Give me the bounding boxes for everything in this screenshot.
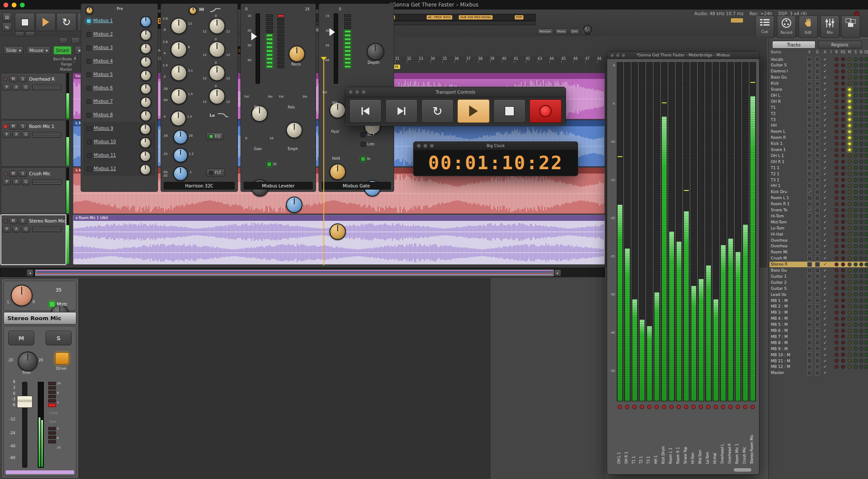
row-solo-dot[interactable] bbox=[853, 142, 858, 146]
row-mute-dot[interactable] bbox=[846, 208, 853, 212]
row-active-check[interactable]: ✓ bbox=[821, 286, 829, 291]
row-mute-dot[interactable] bbox=[846, 82, 853, 85]
track-list-row[interactable]: Guitar S✓ bbox=[769, 285, 868, 291]
row-recsafe-dot[interactable] bbox=[840, 317, 846, 321]
row-group-checkbox[interactable] bbox=[813, 81, 821, 86]
track-list-row[interactable]: Guitar S✓ bbox=[769, 62, 868, 68]
page-button-record[interactable]: Record bbox=[777, 16, 796, 38]
meter-channel-label[interactable]: Overhead L bbox=[720, 407, 727, 464]
session-summary-bar[interactable]: ◂ ▸ bbox=[0, 268, 605, 278]
row-mute-dot[interactable] bbox=[846, 130, 853, 134]
row-soloiso-dot[interactable] bbox=[858, 274, 864, 278]
row-rec-dot[interactable] bbox=[833, 93, 840, 97]
record-transport-button[interactable] bbox=[529, 99, 562, 123]
row-visible-checkbox[interactable] bbox=[806, 340, 813, 345]
row-soloiso-dot[interactable] bbox=[858, 232, 864, 236]
row-solo-dot[interactable] bbox=[853, 166, 858, 170]
row-recsafe-dot[interactable] bbox=[840, 274, 846, 278]
eq-eq-button[interactable]: EQ bbox=[206, 132, 224, 140]
row-solosafe-dot[interactable] bbox=[864, 154, 868, 157]
row-active-check[interactable]: ✓ bbox=[821, 244, 829, 248]
loop-button[interactable]: ↻ bbox=[56, 13, 76, 31]
track-a-button[interactable]: A bbox=[12, 84, 20, 91]
row-group-checkbox[interactable] bbox=[813, 274, 821, 279]
send-led[interactable] bbox=[86, 113, 91, 118]
row-active-check[interactable]: ✓ bbox=[821, 328, 829, 333]
row-rec-dot[interactable] bbox=[833, 220, 840, 224]
row-mute-dot[interactable] bbox=[846, 323, 853, 327]
row-active-check[interactable]: ✓ bbox=[821, 99, 829, 104]
feedback-chip[interactable] bbox=[731, 18, 743, 23]
row-active-check[interactable]: ✓ bbox=[821, 63, 829, 67]
eq-lo-knob[interactable] bbox=[171, 111, 186, 126]
row-soloiso-dot[interactable] bbox=[858, 172, 864, 176]
ruler-bar-number[interactable]: 4 bbox=[74, 57, 76, 61]
track-list-row[interactable]: MB 11 : M✓ bbox=[769, 358, 868, 364]
row-soloiso-dot[interactable] bbox=[858, 148, 864, 152]
send-name[interactable]: Mixbus 7 bbox=[93, 99, 113, 104]
row-solosafe-dot[interactable] bbox=[864, 232, 868, 236]
row-mute-dot[interactable] bbox=[846, 341, 853, 344]
row-visible-checkbox[interactable] bbox=[806, 226, 813, 230]
meterbridge-titlebar[interactable]: *Gonna Get There Faster - Meterbridge - … bbox=[607, 52, 759, 59]
row-soloiso-dot[interactable] bbox=[858, 280, 864, 284]
row-solo-dot[interactable] bbox=[853, 124, 858, 128]
meter-channel-label[interactable]: Room Mic 1 bbox=[735, 407, 741, 464]
send-name[interactable]: Mixbus 1 bbox=[93, 18, 113, 23]
track-p-button[interactable]: P bbox=[3, 226, 11, 233]
row-mute-dot[interactable] bbox=[846, 317, 853, 321]
row-mute-dot[interactable] bbox=[846, 93, 853, 97]
row-active-check[interactable]: ✓ bbox=[821, 172, 829, 176]
row-recsafe-dot[interactable] bbox=[840, 311, 846, 315]
row-visible-checkbox[interactable] bbox=[806, 213, 813, 218]
row-group-checkbox[interactable] bbox=[813, 213, 821, 218]
send-level-knob[interactable] bbox=[140, 16, 151, 27]
meter-channel-label[interactable]: OH R 1 bbox=[625, 407, 631, 464]
row-visible-checkbox[interactable] bbox=[806, 87, 813, 92]
row-recsafe-dot[interactable] bbox=[840, 262, 846, 266]
row-mute-dot[interactable] bbox=[846, 365, 853, 369]
eq-filter-knob[interactable] bbox=[173, 166, 188, 181]
row-visible-checkbox[interactable] bbox=[806, 117, 813, 122]
row-solosafe-dot[interactable] bbox=[864, 208, 868, 212]
row-soloiso-dot[interactable] bbox=[858, 166, 864, 170]
track-list-row[interactable]: Guitar 2✓ bbox=[769, 279, 868, 285]
track-list-row[interactable]: MB 2 : M✓ bbox=[769, 304, 868, 309]
row-group-checkbox[interactable] bbox=[813, 352, 821, 357]
row-active-check[interactable]: ✓ bbox=[821, 190, 829, 194]
row-visible-checkbox[interactable] bbox=[806, 177, 813, 182]
row-active-check[interactable]: ✓ bbox=[821, 154, 829, 158]
meterbridge-hscroll[interactable] bbox=[734, 468, 751, 472]
row-recsafe-dot[interactable] bbox=[840, 178, 846, 182]
row-group-checkbox[interactable] bbox=[813, 340, 821, 345]
row-group-checkbox[interactable] bbox=[813, 226, 821, 230]
row-active-check[interactable]: ✓ bbox=[821, 105, 829, 110]
row-rec-dot[interactable] bbox=[833, 136, 840, 140]
send-led[interactable] bbox=[86, 99, 91, 104]
row-mute-dot[interactable] bbox=[846, 274, 853, 278]
row-group-checkbox[interactable] bbox=[813, 135, 821, 140]
row-solo-dot[interactable] bbox=[853, 154, 858, 157]
row-visible-checkbox[interactable] bbox=[806, 171, 813, 176]
column-header-r[interactable]: R bbox=[833, 49, 840, 55]
solo-button[interactable]: S bbox=[46, 331, 72, 345]
row-active-check[interactable]: ✓ bbox=[821, 178, 829, 182]
row-rec-dot[interactable] bbox=[833, 105, 840, 109]
send-level-knob[interactable] bbox=[140, 56, 151, 68]
row-solo-dot[interactable] bbox=[853, 262, 858, 266]
row-group-checkbox[interactable] bbox=[813, 69, 821, 74]
edit-point-dropdown[interactable]: Mouse▾ bbox=[26, 46, 50, 55]
row-rec-dot[interactable] bbox=[833, 347, 840, 351]
row-solo-dot[interactable] bbox=[853, 202, 858, 206]
eq-gain-knob[interactable] bbox=[209, 41, 225, 58]
row-solosafe-dot[interactable] bbox=[864, 105, 868, 109]
row-recsafe-dot[interactable] bbox=[840, 105, 846, 109]
track-mute-button[interactable]: M bbox=[9, 171, 17, 177]
row-active-check[interactable]: ✓ bbox=[821, 371, 829, 375]
gate-lstn-checkbox[interactable] bbox=[361, 142, 365, 147]
row-group-checkbox[interactable] bbox=[813, 117, 821, 122]
row-recsafe-dot[interactable] bbox=[840, 130, 846, 134]
row-mute-dot[interactable] bbox=[846, 196, 853, 200]
track-list-row[interactable]: HH 1✓ bbox=[769, 183, 868, 189]
row-rec-dot[interactable] bbox=[833, 250, 840, 254]
